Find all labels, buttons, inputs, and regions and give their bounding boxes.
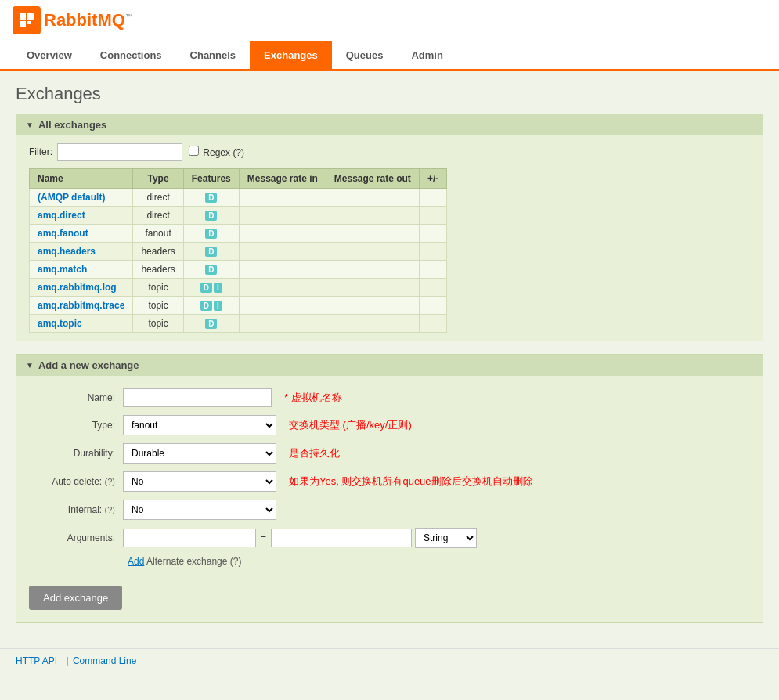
header: RabbitMQ™ (0, 0, 779, 41)
nav-admin[interactable]: Admin (397, 41, 456, 69)
logo-icon (13, 6, 41, 34)
nav-connections[interactable]: Connections (86, 41, 176, 69)
exchange-rate-out (326, 315, 419, 333)
type-select[interactable]: directfanoutheaderstopic (123, 415, 276, 435)
exchange-type: headers (133, 243, 183, 261)
exchange-rate-in (239, 315, 326, 333)
exchange-actions (419, 207, 446, 225)
exchange-name[interactable]: amq.topic (30, 315, 133, 333)
internal-row: Internal: (?) NoYes (29, 500, 750, 520)
exchange-name[interactable]: amq.headers (30, 243, 133, 261)
args-type-select[interactable]: StringNumberBoolean (415, 528, 477, 548)
exchange-name[interactable]: (AMQP default) (30, 189, 133, 207)
page-title: Exchanges (16, 84, 763, 104)
exchange-rate-in (239, 225, 326, 243)
args-value-input[interactable] (271, 529, 412, 547)
add-exchange-header[interactable]: ▼ Add a new exchange (16, 355, 763, 376)
footer: HTTP API | Command Line (0, 648, 779, 673)
add-exchange-section: ▼ Add a new exchange Name: * 虚拟机名称 Type:… (16, 354, 763, 623)
exchange-features: D (183, 315, 239, 333)
footer-separator: | (66, 655, 68, 666)
internal-label: Internal: (?) (29, 504, 115, 515)
exchange-rate-out (326, 243, 419, 261)
name-input[interactable] (123, 388, 272, 407)
regex-checkbox[interactable] (189, 146, 199, 156)
exchange-features: DI (183, 279, 239, 297)
button-row: Add exchange (29, 579, 750, 610)
durability-hint: 是否持久化 (289, 446, 340, 460)
exchange-name[interactable]: amq.fanout (30, 225, 133, 243)
exchange-rate-out (326, 207, 419, 225)
table-row: amq.headersheadersD (30, 243, 447, 261)
exchange-rate-out (326, 297, 419, 315)
type-label: Type: (29, 420, 115, 431)
durability-label: Durability: (29, 448, 115, 459)
exchange-type: topic (133, 279, 183, 297)
exchange-name[interactable]: amq.direct (30, 207, 133, 225)
exchange-rate-out (326, 225, 419, 243)
nav-channels[interactable]: Channels (176, 41, 251, 69)
page-content: Exchanges ▼ All exchanges Filter: Regex … (0, 71, 779, 648)
internal-select[interactable]: NoYes (123, 500, 276, 520)
exchange-rate-in (239, 297, 326, 315)
table-row: amq.directdirectD (30, 207, 447, 225)
name-hint: * 虚拟机名称 (284, 391, 342, 405)
all-exchanges-section: ▼ All exchanges Filter: Regex (?) Name (16, 114, 763, 341)
col-rate-in: Message rate in (239, 169, 326, 189)
exchange-actions (419, 297, 446, 315)
args-key-input[interactable] (123, 529, 256, 547)
exchange-type: direct (133, 189, 183, 207)
exchange-rate-in (239, 279, 326, 297)
exchange-rate-in (239, 261, 326, 279)
add-alternate-link[interactable]: Add (128, 556, 144, 567)
svg-rect-1 (27, 13, 34, 20)
name-label: Name: (29, 392, 115, 403)
nav-queues[interactable]: Queues (332, 41, 398, 69)
exchange-rate-out (326, 261, 419, 279)
exchange-name[interactable]: amq.rabbitmq.log (30, 279, 133, 297)
table-row: amq.rabbitmq.tracetopicDI (30, 297, 447, 315)
exchange-actions (419, 225, 446, 243)
col-actions: +/- (419, 169, 446, 189)
auto-delete-select[interactable]: NoYes (123, 471, 276, 492)
exchange-rate-in (239, 243, 326, 261)
exchange-rate-in (239, 207, 326, 225)
exchange-type: headers (133, 261, 183, 279)
exchange-rate-out (326, 189, 419, 207)
filter-label: Filter: (29, 146, 52, 157)
logo-text: RabbitMQ™ (44, 10, 133, 31)
auto-delete-label: Auto delete: (?) (29, 476, 115, 487)
exchanges-table: Name Type Features Message rate in Messa… (29, 168, 447, 333)
args-row: = StringNumberBoolean (123, 528, 477, 548)
exchange-type: topic (133, 315, 183, 333)
name-row: Name: * 虚拟机名称 (29, 388, 750, 407)
col-type: Type (133, 169, 183, 189)
exchange-rate-in (239, 189, 326, 207)
col-name: Name (30, 169, 133, 189)
exchange-name[interactable]: amq.match (30, 261, 133, 279)
exchange-actions (419, 315, 446, 333)
args-equals: = (261, 532, 266, 543)
col-features: Features (183, 169, 239, 189)
exchange-name[interactable]: amq.rabbitmq.trace (30, 297, 133, 315)
table-row: amq.rabbitmq.logtopicDI (30, 279, 447, 297)
logo: RabbitMQ™ (13, 6, 133, 34)
main-nav: Overview Connections Channels Exchanges … (0, 41, 779, 71)
exchange-features: D (183, 261, 239, 279)
all-exchanges-header[interactable]: ▼ All exchanges (16, 114, 763, 135)
add-exchange-label: Add a new exchange (38, 359, 139, 371)
col-rate-out: Message rate out (326, 169, 419, 189)
exchange-features: D (183, 243, 239, 261)
http-api-link[interactable]: HTTP API (16, 655, 57, 666)
filter-input[interactable] (57, 143, 182, 161)
command-line-link[interactable]: Command Line (73, 655, 136, 666)
table-row: (AMQP default)directD (30, 189, 447, 207)
nav-overview[interactable]: Overview (13, 41, 86, 69)
durability-select[interactable]: DurableTransient (123, 443, 276, 464)
exchange-rate-out (326, 279, 419, 297)
add-exchange-button[interactable]: Add exchange (29, 586, 122, 610)
nav-exchanges[interactable]: Exchanges (250, 41, 332, 69)
arguments-row: Arguments: = StringNumberBoolean (29, 528, 750, 548)
collapse-arrow-icon: ▼ (26, 121, 34, 129)
arguments-label: Arguments: (29, 532, 115, 543)
